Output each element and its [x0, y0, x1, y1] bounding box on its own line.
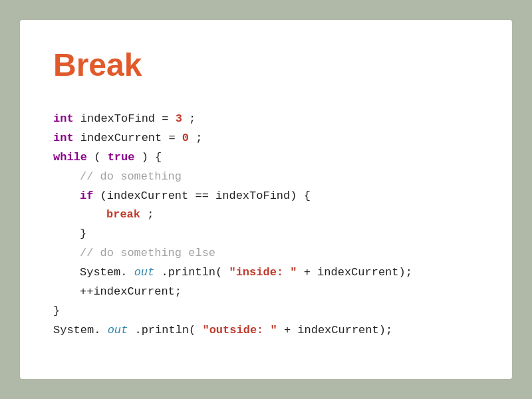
keyword-break: break: [106, 208, 140, 221]
code-line-7: }: [53, 225, 479, 244]
number-0: 0: [182, 132, 189, 144]
code-line-2: int indexCurrent = 0 ;: [53, 129, 479, 148]
slide-title: Break: [53, 47, 479, 83]
code-line-1: int indexToFind = 3 ;: [53, 110, 479, 129]
keyword-true: true: [108, 151, 135, 164]
string-outside: "outside: ": [202, 324, 277, 336]
code-line-8: // do something else: [53, 244, 479, 263]
code-line-9: System. out .println( "inside: " + index…: [53, 263, 479, 283]
out-keyword: out: [134, 266, 155, 279]
code-block: int indexToFind = 3 ; int indexCurrent =…: [53, 110, 479, 340]
string-inside: "inside: ": [229, 266, 297, 279]
code-line-10: ++indexCurrent;: [53, 283, 479, 302]
comment-do-something: // do something: [80, 170, 182, 183]
code-line-6: break ;: [53, 205, 479, 225]
out-keyword-2: out: [108, 324, 128, 336]
comment-do-something-else: // do something else: [80, 247, 215, 259]
code-line-3: while ( true ) {: [53, 148, 479, 168]
keyword-if: if: [80, 190, 93, 202]
keyword-while: while: [53, 151, 87, 164]
keyword-int: int: [53, 112, 74, 125]
code-line-11: }: [53, 302, 479, 321]
code-line-12: System. out .println( "outside: " + inde…: [53, 321, 479, 340]
code-line-4: // do something: [53, 168, 479, 187]
code-line-5: if (indexCurrent == indexToFind) {: [53, 187, 479, 206]
keyword-int-2: int: [53, 132, 74, 144]
number-3: 3: [176, 112, 182, 125]
slide: Break int indexToFind = 3 ; int indexCur…: [20, 20, 512, 379]
